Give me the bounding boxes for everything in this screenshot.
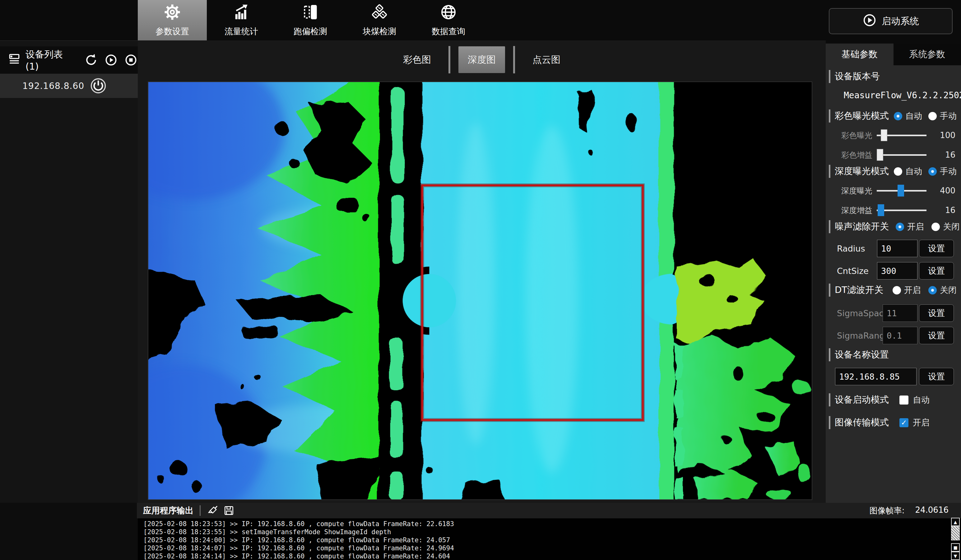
power-icon[interactable]	[90, 77, 107, 94]
play-all-icon[interactable]	[104, 53, 118, 67]
tab-basic-params[interactable]: 基础参数	[826, 43, 894, 65]
coal-blocks-icon	[371, 3, 388, 23]
scroll-down-icon[interactable]: ▼	[951, 552, 960, 560]
section-accent-bar	[829, 220, 830, 233]
sigma-space-label: SigmaSpace	[837, 308, 889, 318]
stop-all-icon[interactable]	[124, 53, 138, 67]
sigma-space-input[interactable]	[882, 305, 918, 322]
console-scrollbar[interactable]: ▲ ■ ▼	[951, 518, 960, 560]
tab-color-image[interactable]: 彩色图	[394, 47, 440, 73]
row-sigma-space: SigmaSpace 设置	[826, 304, 961, 322]
slider-handle[interactable]	[877, 149, 883, 161]
transfer-mode-checkbox[interactable]: ✓	[900, 418, 908, 427]
device-sidebar: 设备列表(1) 192.168.8.60	[0, 40, 138, 503]
parameter-panel: 基础参数 系统参数 设备版本号 MeasureFlow_V6.2.2.25020…	[826, 40, 961, 503]
toolbar-item-deviation-detection[interactable]: 跑偏检测	[276, 0, 345, 40]
slider-handle[interactable]	[881, 129, 887, 141]
color-gain-value: 16	[945, 150, 955, 159]
cntsize-input[interactable]	[877, 262, 918, 279]
radio-color-manual[interactable]: 手动	[928, 111, 957, 122]
tab-separator	[448, 46, 450, 73]
section-accent-bar	[829, 165, 830, 178]
startup-mode-checkbox[interactable]	[900, 396, 908, 404]
section-accent-bar	[829, 109, 830, 122]
depth-gain-slider[interactable]	[877, 203, 926, 217]
framerate-value: 24.0616	[915, 505, 948, 516]
log-console[interactable]: [2025-02-08 18:23:53] >> IP: 192.168.8.6…	[138, 518, 961, 560]
framerate-status: 图像帧率: 24.0616	[869, 505, 948, 516]
row-radius: Radius 设置	[826, 239, 961, 257]
panel-tabs: 基础参数 系统参数	[826, 43, 961, 65]
radio-color-auto[interactable]: 自动	[894, 111, 922, 122]
row-depth-gain: 深度增益 16	[826, 202, 961, 219]
log-separator	[200, 505, 201, 516]
row-cntsize: CntSize 设置	[826, 262, 961, 280]
radio-dot	[932, 223, 940, 231]
radio-dt-on[interactable]: 开启	[893, 284, 921, 296]
section-startup-mode: 设备启动模式 自动	[826, 393, 961, 406]
log-title: 应用程序输出	[143, 505, 193, 516]
noise-filter-title: 噪声滤除开关	[835, 220, 889, 233]
save-log-icon[interactable]	[223, 505, 235, 517]
top-toolbar: 参数设置 流量统计 跑偏检测 块煤检测	[0, 0, 961, 40]
radius-set-button[interactable]: 设置	[919, 240, 954, 257]
tab-system-params[interactable]: 系统参数	[894, 43, 961, 65]
radio-dot	[928, 112, 937, 120]
depth-exposure-value: 400	[940, 186, 955, 195]
log-toolbar: 应用程序输出 图像帧率: 24.0616	[137, 503, 961, 518]
section-noise-filter: 噪声滤除开关 开启 关闭	[826, 220, 961, 233]
radio-dt-off[interactable]: 关闭	[928, 284, 957, 296]
radio-dot	[928, 286, 937, 294]
gear-icon	[164, 3, 181, 23]
color-exposure-slider[interactable]	[877, 128, 926, 142]
device-row[interactable]: 192.168.8.60	[0, 74, 138, 98]
device-name-set-button[interactable]: 设置	[919, 368, 954, 385]
radio-depth-auto[interactable]: 自动	[894, 166, 922, 177]
toolbar-item-coal-detection[interactable]: 块煤检测	[345, 0, 414, 40]
color-gain-slider[interactable]	[877, 148, 926, 162]
row-depth-exposure: 深度曝光 400	[826, 182, 961, 199]
row-color-exposure: 彩色曝光 100	[826, 127, 961, 144]
radius-input[interactable]	[877, 240, 918, 257]
device-version-title: 设备版本号	[835, 70, 880, 83]
framerate-label: 图像帧率:	[869, 505, 905, 516]
clear-log-icon[interactable]	[207, 505, 219, 517]
transfer-mode-title: 图像传输模式	[835, 416, 889, 429]
app-window: 参数设置 流量统计 跑偏检测 块煤检测	[0, 0, 961, 560]
dt-filter-title: DT滤波开关	[835, 284, 883, 296]
startup-mode-title: 设备启动模式	[835, 394, 889, 406]
sigma-range-set-button[interactable]: 设置	[919, 327, 954, 344]
device-name-input[interactable]	[835, 368, 916, 385]
radio-dot	[894, 167, 902, 176]
device-list-title: 设备列表(1)	[26, 48, 74, 72]
toolbar-item-flow-statistics[interactable]: 流量统计	[207, 0, 276, 40]
toolbar-item-data-query[interactable]: 数据查询	[414, 0, 483, 40]
depth-exposure-label: 深度曝光	[826, 186, 873, 196]
refresh-icon[interactable]	[84, 53, 98, 67]
depth-exposure-mode-title: 深度曝光模式	[835, 165, 889, 178]
slider-handle[interactable]	[877, 204, 884, 216]
cntsize-set-button[interactable]: 设置	[919, 262, 954, 279]
start-system-button[interactable]: 启动系统	[829, 8, 953, 34]
radio-depth-manual[interactable]: 手动	[928, 166, 957, 177]
scroll-up-icon[interactable]: ▲	[951, 518, 960, 526]
scroll-page-icon[interactable]: ■	[951, 543, 960, 552]
log-line: [2025-02-08 18:24:07] >> IP: 192.168.8.6…	[143, 544, 961, 552]
radio-noise-off[interactable]: 关闭	[932, 221, 960, 232]
scrollbar-track[interactable]	[951, 541, 960, 543]
toolbar-items: 参数设置 流量统计 跑偏检测 块煤检测	[138, 0, 483, 40]
section-accent-bar	[829, 416, 830, 429]
radio-noise-on[interactable]: 开启	[896, 221, 924, 232]
deviation-icon	[302, 3, 319, 23]
tab-depth-image[interactable]: 深度图	[458, 47, 505, 73]
depth-map-canvas[interactable]	[148, 82, 812, 500]
scrollbar-thumb[interactable]	[951, 526, 960, 541]
slider-handle[interactable]	[898, 185, 904, 196]
toolbar-item-parameter-settings[interactable]: 参数设置	[138, 0, 207, 40]
depth-exposure-slider[interactable]	[877, 184, 926, 197]
color-exposure-value: 100	[940, 131, 955, 140]
sigma-space-set-button[interactable]: 设置	[919, 305, 954, 322]
tab-point-cloud[interactable]: 点云图	[523, 47, 570, 73]
sigma-range-input[interactable]	[882, 327, 918, 344]
transfer-mode-option: 开启	[913, 417, 930, 428]
